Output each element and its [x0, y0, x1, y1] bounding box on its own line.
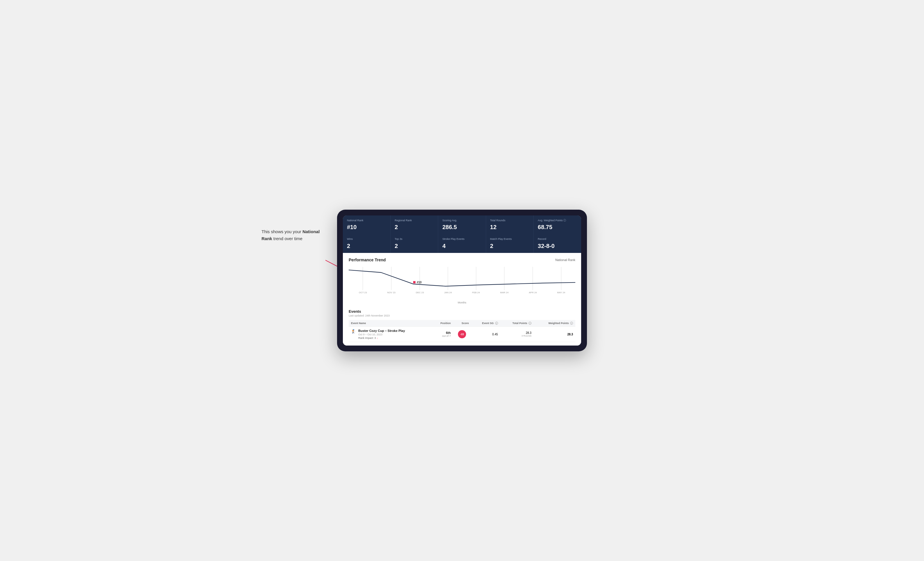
stat-regional-rank-value: 2: [394, 224, 434, 230]
stat-avg-weighted-value: 68.75: [538, 224, 577, 230]
event-weighted-points: 28.3: [567, 333, 573, 336]
event-total-points: 28.3: [502, 331, 531, 335]
stat-total-rounds-value: 12: [490, 224, 530, 230]
stat-total-rounds-label: Total Rounds: [490, 219, 530, 223]
stat-match-play-label: Match Play Events: [490, 238, 530, 241]
trend-line-svg: [349, 267, 575, 292]
info-icon-tp: i: [528, 322, 531, 325]
stat-match-play: Match Play Events 2: [486, 234, 534, 253]
stat-wins: Wins 2: [343, 234, 390, 253]
tablet-frame: National Rank #10 Regional Rank 2 Scorin…: [337, 209, 587, 352]
annotation-text-after: trend over time: [272, 236, 303, 241]
th-event-sg: Event SG i: [471, 320, 500, 327]
stat-match-play-value: 2: [490, 243, 530, 250]
info-icon-sg: i: [495, 322, 498, 325]
annotation-text-before: This shows you your: [261, 229, 303, 234]
performance-section: Performance Trend National Rank OCT 23 N…: [343, 253, 581, 306]
events-last-updated: Last updated: 24th November 2023: [349, 314, 575, 317]
stat-total-rounds: Total Rounds 12: [486, 215, 534, 234]
stats-grid-row1: National Rank #10 Regional Rank 2 Scorin…: [343, 215, 581, 234]
stat-stroke-play-value: 4: [442, 243, 482, 250]
events-section: Events Last updated: 24th November 2023 …: [343, 306, 581, 346]
events-table: Event Name Position Score Event SG i Tot…: [349, 320, 575, 343]
stat-record: Record 32-8-0: [534, 234, 581, 253]
event-sg-cell: 0.45: [471, 327, 500, 342]
stat-top3s: Top 3s 2: [390, 234, 438, 253]
rank-dot: [413, 281, 416, 283]
stat-wins-value: 2: [347, 243, 386, 250]
score-badge: -22: [458, 330, 466, 338]
stat-wins-label: Wins: [347, 238, 386, 241]
x-axis-label: Months: [458, 301, 466, 304]
stat-avg-weighted-label: Avg. Weighted Points ⓘ: [538, 219, 577, 223]
stat-national-rank: National Rank #10: [343, 215, 390, 234]
event-position-cell: 6th out of 7: [432, 327, 453, 342]
stat-top3s-value: 2: [394, 243, 434, 250]
stat-record-value: 32-8-0: [538, 243, 577, 250]
event-name: Buster Cozy Cup – Stroke Play: [358, 329, 405, 332]
th-position: Position: [432, 320, 453, 327]
stat-record-label: Record: [538, 238, 577, 241]
stat-scoring-avg: Scoring Avg. 286.5: [438, 215, 486, 234]
table-row: 🏌 Buster Cozy Cup – Stroke Play Oct 9 – …: [349, 327, 575, 342]
event-date: Oct 9 – Oct 10, 2023: [358, 333, 405, 336]
event-rank-impact: Rank Impact: 3 ↓: [358, 337, 405, 340]
stat-stroke-play: Stroke Play Events 4: [438, 234, 486, 253]
stat-avg-weighted: Avg. Weighted Points ⓘ 68.75: [534, 215, 581, 234]
stat-stroke-play-label: Stroke Play Events: [442, 238, 482, 241]
th-event-name: Event Name: [349, 320, 432, 327]
performance-chart: OCT 23 NOV 23 DEC 23 JAN 24: [349, 265, 575, 303]
stat-regional-rank: Regional Rank 2: [390, 215, 438, 234]
annotation-block: This shows you your National Rank trend …: [261, 228, 326, 242]
rank-indicator: #10: [413, 281, 422, 284]
event-total-points-cell: 28.3 3 Rounds: [500, 327, 534, 342]
event-weighted-points-cell: 28.3: [534, 327, 575, 342]
stat-scoring-avg-label: Scoring Avg.: [442, 219, 482, 223]
rank-label: #10: [417, 281, 422, 284]
th-weighted-points: Weighted Points i: [534, 320, 575, 327]
stats-grid-row2: Wins 2 Top 3s 2 Stroke Play Events 4 Mat…: [343, 234, 581, 253]
golf-icon: 🏌: [351, 329, 356, 334]
stat-regional-rank-label: Regional Rank: [394, 219, 434, 223]
event-score-cell: -22: [453, 327, 471, 342]
info-icon-wp: i: [570, 322, 573, 325]
stat-national-rank-value: #10: [347, 224, 386, 230]
performance-rank-label: National Rank: [555, 258, 575, 262]
stat-national-rank-label: National Rank: [347, 219, 386, 223]
event-position: 6th: [434, 331, 451, 335]
event-info-cell: 🏌 Buster Cozy Cup – Stroke Play Oct 9 – …: [349, 327, 432, 342]
event-position-sub: out of 7: [434, 335, 451, 337]
performance-title: Performance Trend: [349, 257, 386, 262]
performance-header: Performance Trend National Rank: [349, 257, 575, 262]
stat-scoring-avg-value: 286.5: [442, 224, 482, 230]
event-total-rounds: 3 Rounds: [502, 335, 531, 337]
events-table-header-row: Event Name Position Score Event SG i Tot…: [349, 320, 575, 327]
th-total-points: Total Points i: [500, 320, 534, 327]
rank-direction: ↓: [376, 337, 378, 340]
event-sg-value: 0.45: [492, 333, 498, 336]
th-score: Score: [453, 320, 471, 327]
tablet-screen: National Rank #10 Regional Rank 2 Scorin…: [343, 215, 581, 346]
events-title: Events: [349, 309, 575, 314]
stat-top3s-label: Top 3s: [394, 238, 434, 241]
